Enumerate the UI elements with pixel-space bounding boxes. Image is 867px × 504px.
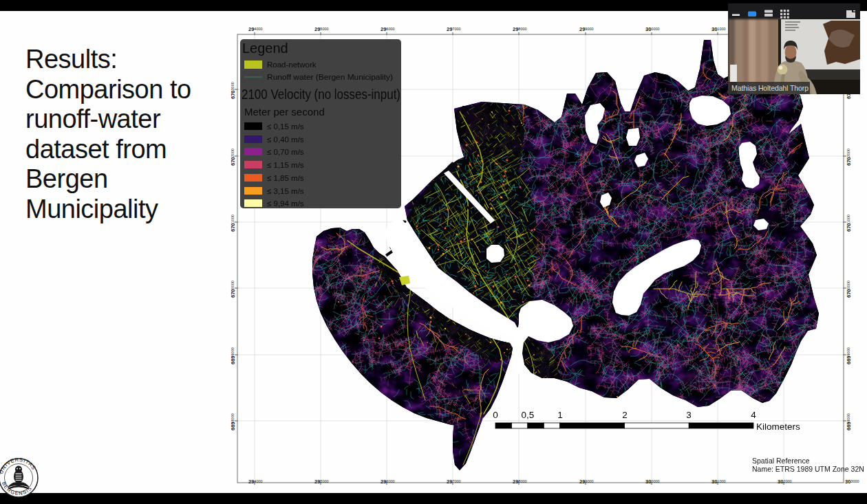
svg-text:Kilometers: Kilometers xyxy=(756,421,800,432)
svg-text:6701000: 6701000 xyxy=(230,215,236,232)
svg-text:6699000: 6699000 xyxy=(846,347,852,364)
svg-text:Legend: Legend xyxy=(242,41,288,56)
svg-text:1: 1 xyxy=(557,410,563,420)
svg-text:294000: 294000 xyxy=(248,26,263,32)
svg-text:≤ 3,15 m/s: ≤ 3,15 m/s xyxy=(267,187,304,195)
svg-text:0: 0 xyxy=(493,410,498,420)
svg-text:299000: 299000 xyxy=(579,26,594,32)
svg-text:6698000: 6698000 xyxy=(846,413,852,430)
svg-text:6703000: 6703000 xyxy=(230,82,236,99)
svg-text:≤ 1,15 m/s: ≤ 1,15 m/s xyxy=(267,161,304,169)
svg-text:4: 4 xyxy=(751,410,756,420)
svg-text:Runoff water (Bergen Municipal: Runoff water (Bergen Municipality) xyxy=(267,73,393,81)
svg-text:295000: 295000 xyxy=(314,479,329,485)
svg-text:Spatial Reference: Spatial Reference xyxy=(752,457,810,465)
svg-text:295000: 295000 xyxy=(314,26,329,32)
svg-text:6698000: 6698000 xyxy=(230,413,236,430)
svg-text:6700000: 6700000 xyxy=(230,281,236,298)
svg-text:297000: 297000 xyxy=(447,479,461,485)
svg-text:302000: 302000 xyxy=(778,479,792,485)
svg-text:296000: 296000 xyxy=(381,479,395,485)
svg-text:2: 2 xyxy=(622,410,628,420)
svg-text:≤ 0,40 m/s: ≤ 0,40 m/s xyxy=(267,135,304,144)
svg-text:300000: 300000 xyxy=(645,26,660,32)
svg-text:Road-network: Road-network xyxy=(267,61,317,69)
svg-text:≤ 1,85 m/s: ≤ 1,85 m/s xyxy=(267,174,304,182)
svg-text:298000: 298000 xyxy=(513,479,527,485)
svg-text:296000: 296000 xyxy=(381,26,395,32)
svg-text:6702000: 6702000 xyxy=(230,149,236,166)
svg-text:6701000: 6701000 xyxy=(846,215,852,232)
svg-text:301000: 301000 xyxy=(711,479,726,485)
svg-text:6699000: 6699000 xyxy=(230,347,236,364)
svg-text:298000: 298000 xyxy=(513,26,527,32)
svg-text:≤ 9,94 m/s: ≤ 9,94 m/s xyxy=(267,199,304,208)
svg-text:294000: 294000 xyxy=(248,479,263,485)
svg-text:Name: ETRS 1989 UTM Zone 32N: Name: ETRS 1989 UTM Zone 32N xyxy=(752,465,864,473)
svg-text:6700000: 6700000 xyxy=(846,281,852,298)
svg-text:3: 3 xyxy=(686,410,692,420)
svg-text:300000: 300000 xyxy=(645,479,660,485)
svg-text:Meter per second: Meter per second xyxy=(244,106,325,118)
svg-text:297000: 297000 xyxy=(447,26,461,32)
svg-text:0,5: 0,5 xyxy=(522,410,535,420)
svg-text:299000: 299000 xyxy=(579,479,594,485)
svg-text:2100 Velocity (no losses-input: 2100 Velocity (no losses-input) xyxy=(242,87,400,102)
svg-text:≤ 0,15 m/s: ≤ 0,15 m/s xyxy=(267,122,304,131)
svg-text:6702000: 6702000 xyxy=(846,149,852,166)
svg-text:303000: 303000 xyxy=(845,479,859,485)
svg-text:Mathias Holtedahl Thorp: Mathias Holtedahl Thorp xyxy=(731,84,809,92)
svg-text:301000: 301000 xyxy=(711,26,726,32)
svg-text:≤ 0,70 m/s: ≤ 0,70 m/s xyxy=(267,148,304,156)
